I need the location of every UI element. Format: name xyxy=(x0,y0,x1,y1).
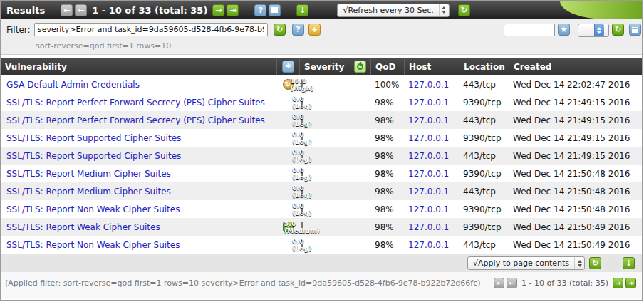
saved-filter-select[interactable]: -- xyxy=(578,24,609,37)
result-name-link[interactable]: SSL/TLS: Report Perfect Forward Secrecy … xyxy=(6,98,265,108)
host-link[interactable]: 127.0.0.1 xyxy=(408,187,449,197)
column-header-host[interactable]: Host xyxy=(404,58,459,76)
results-window: Results ⇤ ← 1 - 10 of 33 (total: 35) → ⇥… xyxy=(0,0,643,301)
previous-page-button[interactable]: ← xyxy=(75,4,87,16)
table-row: SSL/TLS: Report Medium Cipher Suites ↻ ⇄… xyxy=(1,165,642,182)
filter-help-button[interactable]: ? xyxy=(292,24,304,36)
filter-name-input[interactable] xyxy=(504,24,555,36)
result-name-link[interactable]: SSL/TLS: Report Non Weak Cipher Suites xyxy=(6,240,180,250)
manage-filters-button[interactable] xyxy=(629,24,641,36)
refresh-icon: ↻ xyxy=(276,26,283,33)
column-header-severity[interactable]: Severity xyxy=(299,58,370,76)
download-icon: ↓ xyxy=(625,259,632,267)
apply-saved-filter-button[interactable]: ↻ xyxy=(612,24,624,36)
table-row: SSL/TLS: Report Supported Cipher Suites … xyxy=(1,147,642,165)
result-name-link[interactable]: SSL/TLS: Report Non Weak Cipher Suites xyxy=(6,204,180,214)
next-page-icon: → xyxy=(215,6,222,14)
apply-overrides-select[interactable]: √Apply to page contents xyxy=(467,256,585,270)
severity-bar: 5.0 (Medium) xyxy=(301,222,303,233)
column-header-qod[interactable]: QoD xyxy=(370,58,404,76)
column-header-vulnerability[interactable]: Vulnerability xyxy=(1,58,276,76)
last-page-button[interactable]: ⇥ xyxy=(227,4,239,16)
help-button[interactable]: ? xyxy=(254,4,266,16)
list-view-button[interactable] xyxy=(269,4,281,16)
refresh-now-button[interactable]: ↻ xyxy=(458,4,470,16)
result-name-link[interactable]: SSL/TLS: Report Supported Cipher Suites xyxy=(6,151,181,161)
result-name-link[interactable]: SSL/TLS: Report Medium Cipher Suites xyxy=(6,169,171,179)
result-name-link[interactable]: GSA Default Admin Credentials xyxy=(6,80,140,90)
host-link[interactable]: 127.0.0.1 xyxy=(408,115,449,125)
host-link[interactable]: 127.0.0.1 xyxy=(408,240,449,250)
filter-input[interactable] xyxy=(34,23,268,36)
result-name-link[interactable]: SSL/TLS: Report Medium Cipher Suites xyxy=(6,187,171,197)
results-table-body: GSA Default Admin Credentials ↻ ⇄ 10.0 (… xyxy=(1,76,642,254)
table-row: GSA Default Admin Credentials ↻ ⇄ 10.0 (… xyxy=(1,76,642,93)
result-name-link[interactable]: SSL/TLS: Report Weak Cipher Suites xyxy=(6,222,160,232)
next-page-icon: → xyxy=(615,280,620,287)
table-row: SSL/TLS: Report Medium Cipher Suites ↻ ⇄… xyxy=(1,182,642,200)
next-page-button[interactable]: → xyxy=(212,4,224,16)
host-link[interactable]: 127.0.0.1 xyxy=(408,80,449,90)
previous-page-button[interactable]: ← xyxy=(507,278,517,288)
page-title: Results xyxy=(6,5,45,16)
new-filter-button[interactable]: + xyxy=(308,24,321,36)
location-value: 443/tcp xyxy=(459,115,509,125)
severity-bar: 0.0 (Log) xyxy=(301,132,303,144)
make-named-filter-button[interactable]: ★ xyxy=(558,24,570,36)
column-header-location[interactable]: Location xyxy=(459,58,509,76)
result-name-link[interactable]: SSL/TLS: Report Perfect Forward Secrecy … xyxy=(6,115,265,125)
created-value: Wed Dec 14 21:50:48 2016 xyxy=(509,169,642,179)
created-value: Wed Dec 14 21:50:48 2016 xyxy=(509,187,642,197)
host-link[interactable]: 127.0.0.1 xyxy=(408,151,449,161)
location-value: 443/tcp xyxy=(459,240,509,250)
column-header-solution-type[interactable]: * xyxy=(276,58,299,76)
severity-bar: 0.0 (Log) xyxy=(301,97,303,108)
created-value: Wed Dec 14 21:49:15 2016 xyxy=(509,115,642,125)
location-value: 443/tcp xyxy=(459,80,509,90)
created-value: Wed Dec 14 21:49:15 2016 xyxy=(509,98,642,108)
greenbone-corner-decoration xyxy=(560,1,642,19)
location-value: 9390/tcp xyxy=(459,222,509,232)
previous-page-icon: ← xyxy=(78,6,84,14)
download-filtered-button[interactable]: ↓ xyxy=(623,257,635,269)
column-header-created[interactable]: Created xyxy=(509,58,642,76)
last-page-icon: ⇥ xyxy=(229,6,236,14)
table-row: SSL/TLS: Report Supported Cipher Suites … xyxy=(1,129,642,147)
location-value: 9390/tcp xyxy=(459,169,509,179)
first-page-button[interactable]: ⇤ xyxy=(61,4,73,16)
table-row: SSL/TLS: Report Non Weak Cipher Suites ↻… xyxy=(1,236,642,254)
last-page-button[interactable]: ⇥ xyxy=(625,278,636,288)
list-icon xyxy=(632,29,638,31)
filter-extra-keywords: sort-reverse=qod first=1 rows=10 xyxy=(36,41,171,51)
created-value: Wed Dec 14 21:49:15 2016 xyxy=(509,151,642,161)
overrides-toggle-icon[interactable] xyxy=(354,61,366,73)
severity-bar: 0.0 (Log) xyxy=(301,239,303,251)
location-value: 9390/tcp xyxy=(459,98,509,108)
qod-value: 100% xyxy=(370,80,404,90)
result-name-link[interactable]: SSL/TLS: Report Supported Cipher Suites xyxy=(6,133,181,143)
next-page-button[interactable]: → xyxy=(613,278,623,288)
host-link[interactable]: 127.0.0.1 xyxy=(408,98,449,108)
host-link[interactable]: 127.0.0.1 xyxy=(408,169,449,179)
table-row: SSL/TLS: Report Perfect Forward Secrecy … xyxy=(1,111,642,129)
apply-overrides-refresh-button[interactable]: ↻ xyxy=(589,257,601,269)
first-page-button[interactable]: ⇤ xyxy=(494,278,504,288)
titlebar: Results ⇤ ← 1 - 10 of 33 (total: 35) → ⇥… xyxy=(1,1,642,19)
host-link[interactable]: 127.0.0.1 xyxy=(408,204,449,214)
filter-label: Filter: xyxy=(6,25,31,35)
download-button[interactable]: ↓ xyxy=(296,4,308,16)
help-icon: ? xyxy=(259,6,263,14)
host-link[interactable]: 127.0.0.1 xyxy=(408,222,449,232)
pagination-label: 1 - 10 of 33 (total: 35) xyxy=(521,278,608,288)
bottom-toolbar: √Apply to page contents ↻ ↓ xyxy=(1,254,642,272)
download-icon: ↓ xyxy=(299,6,306,14)
qod-value: 98% xyxy=(370,98,404,108)
table-row: SSL/TLS: Report Non Weak Cipher Suites ↻… xyxy=(1,200,642,218)
last-page-icon: ⇥ xyxy=(628,280,633,287)
status-bar: (Applied filter: sort-reverse=qod first=… xyxy=(1,272,642,299)
host-link[interactable]: 127.0.0.1 xyxy=(408,133,449,143)
refresh-interval-select[interactable]: √Refresh every 30 Sec. xyxy=(337,4,449,17)
footer-pagination: ⇤ ← 1 - 10 of 33 (total: 35) → ⇥ xyxy=(494,278,636,288)
first-page-icon: ⇤ xyxy=(63,6,70,14)
update-filter-button[interactable]: ↻ xyxy=(274,24,286,36)
